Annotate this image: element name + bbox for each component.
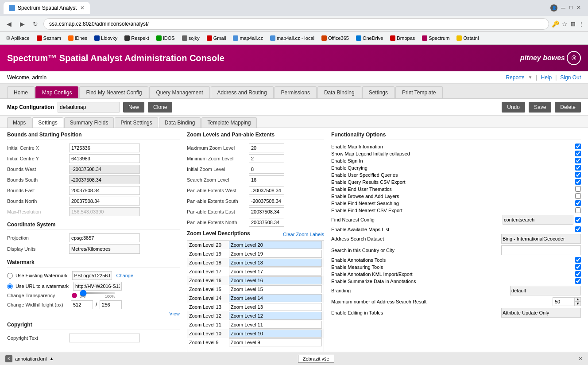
nav-tab-print[interactable]: Print Template: [395, 86, 442, 98]
bookmark-office365[interactable]: Office365: [319, 35, 352, 42]
input-pan-west[interactable]: [249, 186, 284, 195]
maximize-btn[interactable]: ◻: [569, 4, 573, 12]
zoom-input-16[interactable]: [229, 276, 322, 284]
bookmark-brnopas[interactable]: Brnopas: [387, 35, 418, 42]
zoom-input-19[interactable]: [229, 250, 322, 258]
sub-tab-summary[interactable]: Summary Fields: [64, 117, 114, 128]
zoom-input-17[interactable]: [229, 268, 322, 276]
input-initial-x[interactable]: [69, 144, 140, 152]
input-max-address[interactable]: [553, 297, 575, 306]
change-link[interactable]: Change: [116, 273, 134, 278]
cb-nearest-csv[interactable]: [575, 207, 581, 213]
forward-btn[interactable]: ▶: [17, 19, 27, 29]
sub-tab-template[interactable]: Template Mapping: [201, 117, 256, 128]
zoom-input-14[interactable]: [229, 294, 322, 302]
nav-tab-settings[interactable]: Settings: [362, 86, 395, 98]
nav-tab-address[interactable]: Address and Routing: [211, 86, 274, 98]
cb-legend[interactable]: [575, 151, 581, 156]
url-bar[interactable]: [43, 18, 549, 30]
zoom-input-11[interactable]: [229, 321, 322, 329]
bookmark-idnes[interactable]: iDnes: [66, 35, 90, 42]
zoom-input-9[interactable]: [229, 338, 322, 346]
zoom-input-15[interactable]: [229, 285, 322, 293]
input-init-zoom[interactable]: [249, 165, 284, 174]
editing-select[interactable]: Attribute Update Only: [501, 308, 581, 318]
zoom-scroll[interactable]: Zoom Level 20 Zoom Level 19 Zoom Level 1…: [187, 240, 324, 355]
radio-existing[interactable]: [7, 273, 13, 279]
input-bounds-west[interactable]: [69, 165, 140, 174]
new-button[interactable]: New: [123, 102, 144, 113]
delete-button[interactable]: Delete: [555, 102, 581, 113]
bookmark-apps[interactable]: ⊞Aplikace: [4, 35, 32, 42]
input-copyright-text[interactable]: [69, 334, 140, 342]
signout-link[interactable]: Sign Out: [560, 74, 581, 81]
tab-close-icon[interactable]: ✕: [80, 5, 85, 11]
bookmark-map4all-local[interactable]: map4all.cz - local: [267, 35, 317, 42]
input-max-zoom[interactable]: [249, 144, 284, 152]
spinner-up[interactable]: ▲: [575, 297, 581, 302]
cb-map-info[interactable]: [575, 144, 581, 149]
input-url-watermark[interactable]: [73, 282, 122, 291]
sub-tab-print[interactable]: Print Settings: [115, 117, 158, 128]
bookmark-gmail[interactable]: Gmail: [204, 35, 229, 42]
save-button[interactable]: Save: [529, 102, 551, 113]
input-search-country[interactable]: [501, 245, 581, 255]
bookmark-ostatni[interactable]: Ostatní: [454, 35, 481, 42]
zoom-input-12[interactable]: [229, 312, 322, 320]
cb-find-nearest[interactable]: [575, 200, 581, 206]
input-height[interactable]: [100, 300, 122, 309]
input-pan-south[interactable]: [249, 197, 284, 206]
input-pan-north[interactable]: [249, 218, 284, 227]
bookmark-onedrive[interactable]: OneDrive: [353, 35, 386, 42]
nav-tab-find-nearest[interactable]: Find My Nearest Config: [79, 86, 148, 98]
sub-tab-data-binding[interactable]: Data Binding: [159, 117, 201, 128]
bookmark-idos[interactable]: IDOS: [154, 35, 178, 42]
cb-find-nearest-config[interactable]: [575, 217, 581, 223]
more-btn[interactable]: ⋮: [578, 20, 584, 27]
find-nearest-select[interactable]: contentsearch: [503, 215, 573, 225]
input-initial-y[interactable]: [69, 154, 140, 163]
help-link[interactable]: Help: [541, 74, 552, 81]
display-units-select[interactable]: Metres/Kilometres: [69, 244, 140, 254]
input-bounds-east[interactable]: [69, 186, 140, 195]
radio-url[interactable]: [7, 283, 13, 289]
new-tab-btn[interactable]: [93, 2, 120, 14]
status-close-icon[interactable]: ✕: [578, 356, 583, 362]
cb-available-maps[interactable]: [575, 226, 581, 232]
input-bounds-south[interactable]: [69, 175, 140, 184]
nav-tab-permissions[interactable]: Permissions: [275, 86, 317, 98]
cb-annotations[interactable]: [575, 257, 581, 263]
input-existing-watermark[interactable]: [72, 271, 112, 280]
bookmark-map4all[interactable]: map4all.cz: [230, 35, 266, 42]
reports-dropdown-icon[interactable]: ▼: [528, 75, 532, 80]
clear-zoom-link[interactable]: Clear Zoom Labels: [283, 232, 324, 237]
zoom-input-10[interactable]: [229, 330, 322, 338]
input-search-zoom[interactable]: [249, 175, 284, 184]
cb-user-queries[interactable]: [575, 172, 581, 178]
cb-thematics[interactable]: [575, 186, 581, 192]
address-search-select[interactable]: Bing - InternationalGeocoder: [501, 234, 581, 244]
view-link[interactable]: View: [7, 311, 180, 316]
nav-tab-home[interactable]: Home: [7, 86, 35, 98]
zoom-input-13[interactable]: [229, 303, 322, 311]
cb-querying[interactable]: [575, 165, 581, 171]
input-projection[interactable]: [69, 233, 140, 242]
cb-signin[interactable]: [575, 158, 581, 163]
cb-measuring[interactable]: [575, 264, 581, 270]
zoom-input-20[interactable]: [229, 241, 322, 249]
undo-button[interactable]: Undo: [502, 102, 525, 113]
sub-tab-settings[interactable]: Settings: [32, 117, 63, 128]
cb-kml[interactable]: [575, 271, 581, 277]
browser-tab[interactable]: Spectrum Spatial Analyst ✕: [4, 2, 90, 14]
profile-icon[interactable]: 👤: [550, 4, 557, 12]
bookmark-respekt[interactable]: Respekt: [122, 35, 151, 42]
bookmark-seznam[interactable]: Seznam: [34, 35, 64, 42]
cb-csv-export[interactable]: [575, 179, 581, 185]
minimize-btn[interactable]: ─: [561, 4, 565, 12]
cb-browse-layers[interactable]: [575, 193, 581, 199]
input-width[interactable]: [71, 300, 93, 309]
nav-tab-data-binding[interactable]: Data Binding: [317, 86, 361, 98]
input-pan-east[interactable]: [249, 207, 284, 216]
cb-summarize[interactable]: [575, 278, 581, 284]
input-bounds-north[interactable]: [69, 197, 140, 206]
